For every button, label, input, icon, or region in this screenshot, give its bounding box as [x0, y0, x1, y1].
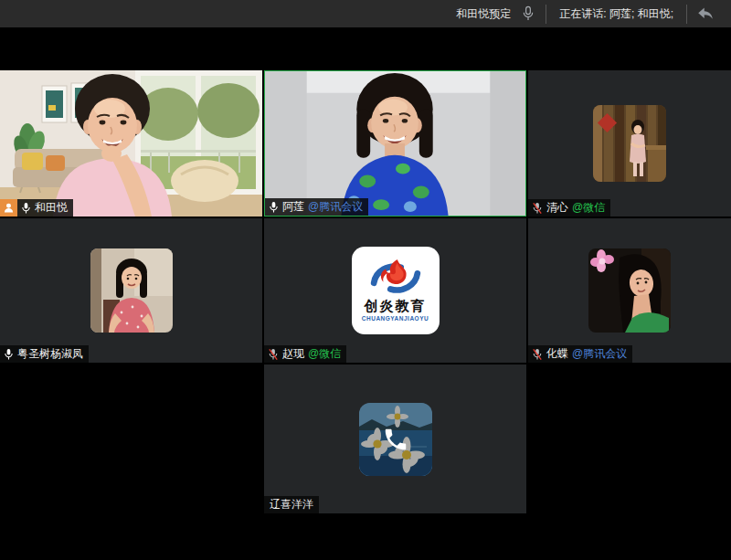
logo-subtitle: CHUANGYANJIAOYU: [362, 315, 429, 322]
avatar: [593, 105, 666, 182]
participant-name: 赵现: [282, 346, 304, 362]
mic-muted-icon: [268, 348, 279, 361]
mic-on-icon: [4, 348, 14, 361]
mic-on-icon: [269, 201, 279, 214]
active-speakers-label: 正在讲话: 阿莲; 和田悦;: [546, 5, 687, 24]
mic-muted-icon: [532, 348, 543, 361]
meeting-window: 和田悦预定 正在讲话: 阿莲; 和田悦;: [0, 0, 731, 560]
reply-arrow-icon: [696, 5, 715, 22]
participant-name: 和田悦: [35, 200, 68, 216]
avatar: 创炎教育 CHUANGYANJIAOYU: [352, 247, 440, 334]
participant-tile[interactable]: 创炎教育 CHUANGYANJIAOYU 赵现 @微信: [264, 218, 526, 363]
logo-graphic: [367, 259, 424, 298]
participant-tile[interactable]: 和田悦: [0, 70, 262, 217]
participant-video: [0, 70, 262, 217]
platform-tag: @微信: [308, 346, 341, 362]
participant-name: 清心: [546, 200, 568, 216]
participant-tile[interactable]: 清心 @微信: [528, 70, 731, 217]
top-bar: 和田悦预定 正在讲话: 阿莲; 和田悦;: [0, 0, 731, 27]
participant-tile[interactable]: 粤圣树杨淑凤: [0, 218, 262, 363]
participant-tile[interactable]: 化蝶 @腾讯会议: [528, 218, 731, 363]
participant-name: 阿莲: [282, 199, 304, 215]
participant-tile[interactable]: 辽喜洋洋: [264, 365, 526, 513]
microphone-icon[interactable]: [522, 5, 535, 22]
logo-title: 创炎教育: [365, 299, 427, 314]
meeting-title: 和田悦预定: [456, 6, 511, 22]
person-icon: [3, 202, 15, 214]
participant-tile[interactable]: 阿莲 @腾讯会议: [264, 70, 526, 217]
mic-on-icon: [21, 202, 31, 215]
mic-muted-icon: [532, 202, 543, 215]
back-arrow-button[interactable]: [696, 5, 715, 22]
platform-tag: @腾讯会议: [308, 199, 363, 215]
phone-icon: [264, 365, 526, 513]
participant-video: [265, 71, 525, 216]
avatar: [90, 248, 173, 333]
platform-tag: @腾讯会议: [572, 346, 627, 362]
participant-name: 粤圣树杨淑凤: [17, 346, 83, 362]
host-badge: [0, 199, 17, 217]
participant-name: 辽喜洋洋: [270, 497, 313, 512]
avatar: [588, 248, 671, 333]
participant-name: 化蝶: [546, 346, 568, 362]
platform-tag: @微信: [572, 200, 605, 216]
